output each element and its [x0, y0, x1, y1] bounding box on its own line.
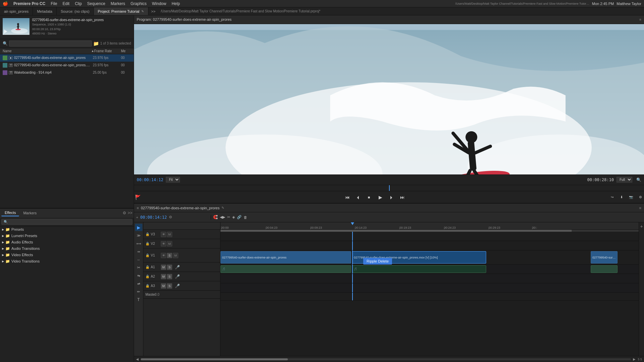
step-forward-button[interactable]: ⏵: [388, 194, 395, 201]
track-mute-a2[interactable]: M: [161, 274, 166, 279]
col-fps-header[interactable]: Frame Rate: [94, 49, 121, 53]
effects-tab-btn[interactable]: Effects: [1, 210, 19, 216]
menu-markers[interactable]: Markers: [111, 1, 125, 6]
pen-tool[interactable]: ✏: [135, 288, 142, 295]
effects-search-input[interactable]: [1, 219, 132, 225]
rate-stretch-tool[interactable]: ↔: [135, 256, 142, 263]
track-lock-v2[interactable]: 🔒: [145, 242, 149, 245]
track-mute-a3[interactable]: M: [161, 283, 166, 289]
track-v1[interactable]: 027799540-surfer-does-extreme-air-spin_p…: [220, 250, 639, 265]
video-transitions-folder[interactable]: 📁 Video Transitions: [0, 258, 134, 265]
audio-clip-2[interactable]: 🎵: [352, 265, 486, 273]
track-lock-a1[interactable]: 🔒: [145, 265, 149, 269]
quality-select[interactable]: Full: [617, 177, 632, 183]
track-a2[interactable]: [220, 274, 639, 283]
timeline-scrubber[interactable]: [134, 185, 644, 191]
tab-project[interactable]: Project: Premiere Tutorial ✎: [94, 7, 148, 15]
source-thumbnail[interactable]: [3, 18, 29, 35]
track-eye-v1[interactable]: 👁: [161, 253, 166, 258]
track-mute-v3[interactable]: M: [167, 232, 172, 237]
track-lock-v3[interactable]: 🔒: [145, 232, 149, 236]
track-lock-a3[interactable]: 🔒: [145, 284, 149, 288]
slip-tool[interactable]: ⇆: [135, 272, 142, 279]
track-mic-a2[interactable]: 🎤: [175, 274, 180, 279]
play-button[interactable]: ▶: [376, 193, 385, 202]
video-clip-3[interactable]: 027799540-surfer-does-extreme-ai...: [591, 251, 618, 264]
tab-metadata[interactable]: Metadata: [33, 7, 57, 15]
add-track-icon[interactable]: +: [640, 224, 643, 229]
tab-source[interactable]: Source: (no clips): [57, 7, 94, 15]
track-v3[interactable]: [220, 232, 639, 241]
menu-sequence[interactable]: Sequence: [87, 1, 105, 6]
audio-clip-1[interactable]: 🎵: [220, 265, 351, 273]
markers-button[interactable]: 🚩: [134, 194, 141, 201]
timeline-close-icon[interactable]: ≡: [639, 206, 641, 210]
timeline-settings-icon[interactable]: ⚙: [169, 215, 172, 219]
timeline-tool-5[interactable]: 🗑: [244, 215, 247, 219]
fit-select[interactable]: Fit: [166, 177, 180, 183]
apple-icon[interactable]: 🍎: [3, 1, 8, 6]
menu-graphics[interactable]: Graphics: [130, 1, 146, 6]
zoom-icon[interactable]: 🔍: [636, 177, 641, 182]
track-mute-a1[interactable]: M: [161, 265, 166, 270]
slide-tool[interactable]: ⇄: [135, 280, 142, 287]
track-select-tool[interactable]: ≫: [135, 232, 142, 239]
menu-window[interactable]: Window: [152, 1, 167, 6]
timeline-menu-icon[interactable]: ≡: [137, 206, 139, 210]
track-a1[interactable]: 🎵 🎵: [220, 265, 639, 274]
stop-button[interactable]: ■: [365, 194, 373, 201]
timeline-tool-4[interactable]: 🔗: [237, 215, 242, 219]
audio-transitions-folder[interactable]: 📁 Audio Transitions: [0, 245, 134, 252]
video-clip-1[interactable]: 027799540-surfer-does-extreme-air-spin_p…: [220, 251, 351, 264]
video-clip-2[interactable]: 027799540-surfer-does-extreme-air-spin_p…: [352, 251, 486, 264]
type-tool[interactable]: T: [135, 296, 142, 303]
track-lock-v1[interactable]: 🔒: [145, 254, 149, 257]
time-ruler[interactable]: 00:00 00:04:23 00:09:23 00:14:23 00:19:2…: [220, 222, 639, 230]
track-solo-a3[interactable]: S: [167, 283, 172, 289]
timeline-tool-3[interactable]: ◈: [232, 215, 235, 219]
overwrite-button[interactable]: ⬇: [618, 194, 625, 201]
col-media-header[interactable]: Me: [121, 49, 131, 53]
file-row-2[interactable]: 🎬 027799540-surfer-does-extreme-air-spin…: [0, 62, 134, 69]
tab-air-spin[interactable]: air-spin_prores: [0, 7, 33, 15]
monitor-timecode[interactable]: 00:00:14:12: [137, 177, 163, 182]
selection-tool[interactable]: ▶: [135, 224, 142, 231]
audio-effects-folder[interactable]: 📁 Audio Effects: [0, 239, 134, 245]
timeline-zoom-out[interactable]: ◀: [136, 357, 139, 361]
add-tracks-icon[interactable]: +: [136, 215, 138, 219]
timeline-zoom-in[interactable]: ▶: [633, 357, 636, 361]
menu-clip[interactable]: Clip: [75, 1, 82, 6]
track-a3[interactable]: [220, 283, 639, 293]
timeline-tool-2[interactable]: ✂: [227, 215, 230, 219]
search-input[interactable]: [9, 41, 92, 47]
track-eye-v2[interactable]: 👁: [161, 241, 166, 246]
track-solo-a2[interactable]: S: [167, 274, 172, 279]
monitor-menu-icon[interactable]: ≡: [639, 18, 641, 21]
scrubber-track[interactable]: [134, 185, 644, 191]
track-solo-a1[interactable]: S: [167, 265, 172, 270]
step-back-button[interactable]: ⏴: [355, 194, 362, 201]
insert-button[interactable]: ↪: [608, 194, 616, 201]
settings-icon[interactable]: ⚙: [123, 211, 126, 215]
menu-help[interactable]: Help: [172, 1, 180, 6]
expand-icon[interactable]: >>: [128, 211, 132, 215]
video-effects-folder[interactable]: 📁 Video Effects: [0, 252, 134, 258]
tab-more-button[interactable]: >>: [148, 7, 158, 15]
new-bin-button[interactable]: 📁: [93, 41, 99, 46]
timeline-edit-icon[interactable]: ✎: [221, 206, 224, 210]
file-row-1[interactable]: ▶ 027799540-surfer-does-extreme-air-spin…: [0, 54, 134, 62]
presets-folder[interactable]: 📁 Presets: [0, 226, 134, 233]
track-eye-v3[interactable]: 👁: [161, 232, 166, 237]
track-mic-a3[interactable]: 🎤: [175, 284, 180, 288]
track-mic-a1[interactable]: 🎤: [175, 265, 180, 270]
track-sync-v1[interactable]: S: [167, 253, 172, 258]
export-frame-button[interactable]: 📷: [627, 194, 635, 201]
track-master[interactable]: [220, 293, 639, 301]
menu-file[interactable]: File: [51, 1, 57, 6]
audio-clip-3[interactable]: [591, 265, 618, 273]
col-name-header[interactable]: Name: [3, 49, 91, 53]
timeline-zoom-slider[interactable]: [141, 358, 631, 360]
track-lock-a2[interactable]: 🔒: [145, 275, 149, 278]
menu-edit[interactable]: Edit: [63, 1, 70, 6]
rolling-edit-tool[interactable]: ⇔: [135, 248, 142, 255]
